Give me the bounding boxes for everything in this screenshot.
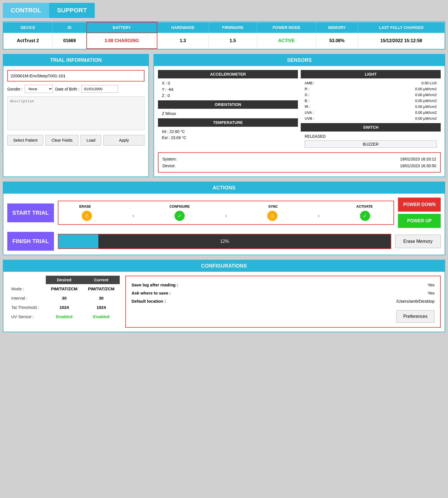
- trial-id-input[interactable]: [7, 70, 144, 82]
- light-r: R : 0.00 μW/cm2: [305, 86, 437, 92]
- temperature-title: TEMPERATURE: [158, 118, 298, 127]
- actions-title: ACTIONS: [3, 182, 445, 194]
- gender-select[interactable]: None: [25, 85, 53, 93]
- col-memory: MEMORY: [316, 22, 358, 33]
- datetime-system-row: System: 19/01/2023 16:33:12: [162, 156, 436, 162]
- col-power-mode: POWER MODE: [257, 22, 316, 33]
- configurations-title: CONFIGURATIONS: [3, 260, 445, 272]
- config-table: Desired Current Mode :PIM/TAT/ZCMPIM/TAT…: [7, 276, 120, 321]
- config-row-label: Mode :: [7, 284, 46, 293]
- power-up-button[interactable]: POWER UP: [398, 214, 441, 228]
- cell-memory: 53.08%: [316, 33, 358, 49]
- accel-y: Y : -64: [162, 86, 294, 92]
- select-patient-button[interactable]: Select Patient: [7, 135, 43, 146]
- config-row-desired: 30: [46, 293, 83, 303]
- light-b-label: B :: [305, 99, 309, 103]
- sensors-panel: SENSORS ACCELEROMETER X : 0 Y : -64 Z : …: [153, 54, 445, 177]
- config-row-current: 1024: [83, 303, 120, 312]
- finish-trial-button[interactable]: FINISH TRIAL: [7, 232, 54, 251]
- datetime-box: System: 19/01/2023 16:33:12 Device: 19/0…: [158, 152, 441, 173]
- light-uva: UVA : 0.00 μW/cm2: [305, 110, 437, 116]
- config-row-current: Enabled: [83, 312, 120, 321]
- light-g: G : 0.00 μW/cm2: [305, 92, 437, 98]
- config-row-current: PIM/TAT/ZCM: [83, 284, 120, 293]
- config-ask-where-row: Ask where to save : Yes: [132, 289, 435, 297]
- default-loc-value: /Users/amb/Desktop: [396, 299, 435, 304]
- tab-bar: CONTROL SUPPORT: [3, 3, 445, 18]
- config-row-label: Tat Threshold :: [7, 303, 46, 312]
- switch-data: RELEASED BUZZER: [301, 132, 441, 150]
- config-row-desired: Enabled: [46, 312, 83, 321]
- description-textarea[interactable]: [7, 96, 144, 130]
- configurations-panel: CONFIGURATIONS Desired Current Mode :PIM…: [3, 260, 445, 332]
- apply-button[interactable]: Apply: [103, 135, 144, 146]
- ask-where-value: Yes: [428, 291, 435, 295]
- power-down-button[interactable]: POWER DOWN: [398, 198, 441, 212]
- spacer1: [126, 205, 134, 209]
- orientation-title: ORIENTATION: [158, 100, 298, 109]
- col-firmware: FIRMWARE: [209, 22, 257, 33]
- progress-label: 12%: [58, 239, 391, 244]
- steps-labels-row: ERASE CONFIGURE SYNC ACTIVATE: [62, 205, 390, 209]
- steps-icons-row: ⚠ › ✓ › ⚠ › ✓: [62, 211, 390, 221]
- config-default-loc-row: Default location : /Users/amb/Desktop: [132, 297, 435, 305]
- config-row-current: 30: [83, 293, 120, 303]
- power-buttons: POWER DOWN POWER UP: [398, 198, 441, 228]
- trial-gender-row: Gender : None Date of Birth :: [7, 85, 144, 93]
- accelerometer-title: ACCELEROMETER: [158, 70, 298, 78]
- light-ir-value: 0.00 μW/cm2: [415, 105, 437, 109]
- erase-memory-button[interactable]: Erase Memory: [395, 235, 441, 248]
- device-table-wrap: DEVICE ID BATTERY HARDWARE FIRMWARE POWE…: [3, 21, 445, 49]
- light-ir: IR : 0.00 μW/cm2: [305, 104, 437, 110]
- accelerometer-data: X : 0 Y : -64 Z : 0: [158, 78, 298, 100]
- orientation-data: Z Minus: [158, 109, 298, 118]
- sensors-right: LIGHT AMB : 0.00 LUX R : 0.00 μW/cm2 G :: [301, 70, 441, 150]
- step-activate-icon: ✓: [360, 211, 370, 221]
- config-row-label: UV Sensor :: [7, 312, 46, 321]
- config-left: Desired Current Mode :PIM/TAT/ZCMPIM/TAT…: [7, 276, 120, 328]
- finish-row: FINISH TRIAL 12% Erase Memory: [3, 232, 445, 255]
- trial-buttons: Select Patient Clear Fields Load Apply: [7, 135, 144, 146]
- config-col-current: Current: [83, 276, 120, 284]
- temp-int: Int : 22.60 °C: [162, 128, 294, 135]
- step-sync-icon: ⚠: [267, 211, 277, 221]
- clear-fields-button[interactable]: Clear Fields: [46, 135, 78, 146]
- temperature-data: Int : 22.60 °C Ext : 23.09 °C: [158, 127, 298, 142]
- actions-steps: ERASE CONFIGURE SYNC ACTIVATE ⚠ › ✓ › ⚠ …: [58, 201, 394, 225]
- config-row-desired: PIM/TAT/ZCM: [46, 284, 83, 293]
- config-col-empty: [7, 276, 46, 284]
- light-amb-label: AMB :: [305, 81, 314, 85]
- col-id: ID: [53, 22, 87, 33]
- spacer3: [313, 205, 321, 209]
- tab-control[interactable]: CONTROL: [3, 3, 49, 18]
- col-last-charged: LAST FULLY CHARGED: [358, 22, 445, 33]
- step-activate-label: ACTIVATE: [356, 205, 373, 209]
- spacer2: [225, 205, 233, 209]
- start-trial-button[interactable]: START TRIAL: [7, 203, 54, 222]
- col-battery: BATTERY: [87, 22, 157, 33]
- default-loc-label: Default location :: [132, 299, 166, 304]
- accel-z: Z : 0: [162, 92, 294, 99]
- sensors-cols: ACCELEROMETER X : 0 Y : -64 Z : 0 ORIENT…: [158, 70, 441, 150]
- col-device: DEVICE: [3, 22, 53, 33]
- system-value: 19/01/2023 16:33:12: [400, 157, 436, 161]
- trial-info-title: TRIAL INFORMATION: [3, 55, 148, 66]
- preferences-button[interactable]: Preferences: [396, 310, 435, 323]
- save-log-label: Save log after reading :: [132, 282, 178, 287]
- dob-input[interactable]: [82, 85, 118, 93]
- ask-where-label: Ask where to save :: [132, 291, 171, 295]
- light-uvb-label: UVB :: [305, 116, 314, 121]
- step-arrow-3: ›: [318, 212, 320, 219]
- config-right: Save log after reading : Yes Ask where t…: [125, 276, 441, 328]
- config-col-desired: Desired: [46, 276, 83, 284]
- load-button[interactable]: Load: [81, 135, 101, 146]
- dob-label: Date of Birth :: [55, 87, 79, 91]
- tab-support[interactable]: SUPPORT: [49, 3, 95, 18]
- light-g-value: 0.00 μW/cm2: [415, 93, 437, 97]
- config-row-desired: 1024: [46, 303, 83, 312]
- step-erase-label: ERASE: [79, 205, 91, 209]
- sensors-title: SENSORS: [154, 55, 445, 66]
- config-row-label: Interval :: [7, 293, 46, 303]
- light-b: B : 0.00 μW/cm2: [305, 98, 437, 104]
- cell-power-mode: ACTIVE: [257, 33, 316, 49]
